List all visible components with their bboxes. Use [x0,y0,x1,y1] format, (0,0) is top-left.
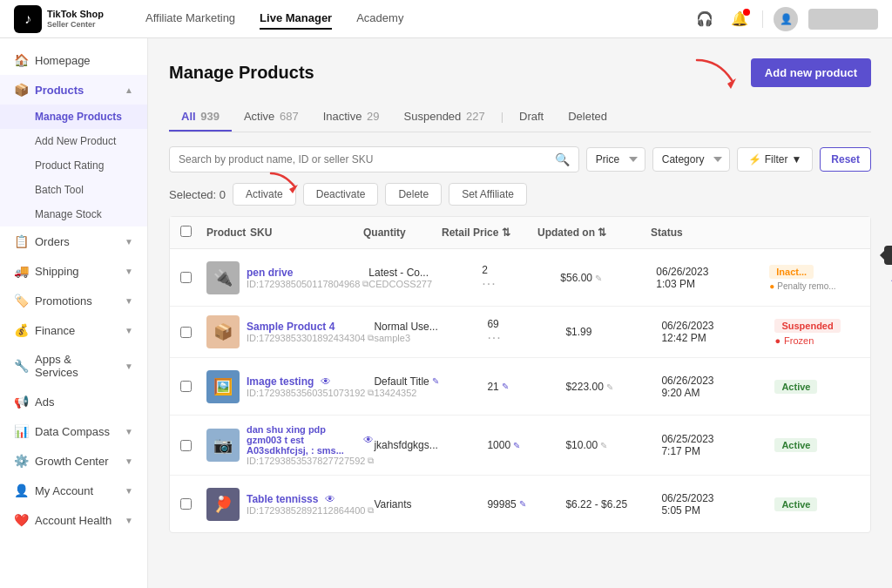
row4-product-id: ID:17293853537827727592 [247,456,365,466]
tab-draft[interactable]: Draft [507,103,556,132]
nav-academy[interactable]: Academy [356,8,403,30]
copy-icon2[interactable]: ⧉ [368,333,374,343]
set-affiliate-button[interactable]: Set Affiliate [449,183,527,206]
tab-deleted[interactable]: Deleted [556,103,619,132]
sidebar-sub-add-product[interactable]: Add New Product [0,129,147,153]
deactivate-arrow-svg [267,169,301,197]
row3-qty-edit-icon[interactable]: ✎ [502,382,509,391]
deactivate-wrapper: Deactivate [303,183,379,206]
row4-price: $10.00 ✎ [565,439,661,451]
row2-sku: Normal Use... sample3 [374,321,487,343]
row3-check[interactable] [180,381,206,392]
edit-price-icon[interactable]: ✎ [595,274,602,283]
row1-time-val: 1:03 PM [656,278,769,290]
eye-icon5[interactable]: 👁 [325,493,335,505]
notification-icon[interactable]: 🔔 [727,7,752,31]
sidebar-item-finance[interactable]: 💰 Finance ▼ [0,315,147,345]
table-row: 📷 dan shu xing pdp gzm003 t est A03sdkhf… [170,416,870,476]
search-box[interactable]: 🔍 [169,146,579,172]
row4-qty-val: 1000 [487,439,510,451]
copy-icon4[interactable]: ⧉ [368,456,374,466]
deactivate-button[interactable]: Deactivate [303,183,379,206]
row3-qty-val: 21 [487,381,498,393]
row5-qty: 99985 ✎ [487,498,565,510]
price-dropdown[interactable]: Price [586,147,645,172]
row2-product: 📦 Sample Product 4 ID:172938533018924343… [206,315,374,348]
row5-qty-edit[interactable]: ✎ [519,499,526,509]
row4-check[interactable] [180,440,206,451]
sidebar-item-growth-center[interactable]: ⚙️ Growth Center ▼ [0,446,147,476]
sidebar-sub-product-rating[interactable]: Product Rating [0,153,147,178]
sidebar-sub-batch-tool[interactable]: Batch Tool [0,178,147,202]
row4-qty-edit[interactable]: ✎ [513,441,520,450]
search-input[interactable] [179,153,550,166]
row1-check[interactable] [180,272,206,283]
row5-qty-val: 99985 [487,498,516,510]
edit-price-icon4[interactable]: ✎ [600,441,607,450]
copy-icon5[interactable]: ⧉ [368,505,374,516]
sidebar-item-account-health[interactable]: ❤️ Account Health ▼ [0,505,147,535]
row3-sku-name: Default Title ✎ [374,375,487,388]
delete-button[interactable]: Delete [385,183,442,206]
row2-product-name[interactable]: Sample Product 4 [247,321,374,333]
sidebar-item-data-compass[interactable]: 📊 Data Compass ▼ [0,416,147,446]
sidebar-sub-manage-stock[interactable]: Manage Stock [0,202,147,226]
row1-price: $56.00 ✎ [560,272,656,284]
notification-badge [743,9,750,16]
row1-id-row: ID:1729385050117804968 ⧉ [247,279,368,289]
tab-active[interactable]: Active 687 [232,103,311,132]
sidebar-item-apps-services[interactable]: 🔧 Apps & Services ▼ [0,345,147,387]
row2-check[interactable] [180,327,206,338]
sidebar-item-orders[interactable]: 📋 Orders ▼ [0,226,147,256]
content-header: Manage Products Add new product [169,56,871,89]
row2-qty-val: 69 [487,318,565,330]
header-sku: SKU [250,226,363,239]
row1-checkbox[interactable] [180,272,192,283]
add-new-product-button[interactable]: Add new product [751,58,871,87]
chevron-down-icon: ▼ [125,296,133,306]
select-all-checkbox[interactable] [180,226,192,237]
row5-status-badge: Active [774,497,817,511]
chevron-down-icon: ▼ [125,456,133,466]
row2-frozen: ● Frozen [774,335,892,346]
eye-icon[interactable]: 👁 [321,375,331,388]
row3-sku-edit-icon[interactable]: ✎ [432,376,439,386]
row2-thumb-icon: 📦 [213,322,233,341]
chevron-down-icon: ▼ [125,326,133,335]
sidebar-item-promotions[interactable]: 🏷️ Promotions ▼ [0,286,147,315]
row1-product-name[interactable]: pen drive [247,267,368,279]
category-dropdown[interactable]: Category [652,147,730,172]
row2-checkbox[interactable] [180,327,192,338]
sidebar-item-homepage[interactable]: 🏠 Homepage [0,45,147,75]
sidebar-item-my-account[interactable]: 👤 My Account ▼ [0,476,147,505]
tab-all[interactable]: All 939 [169,103,232,132]
row5-check[interactable] [180,498,206,510]
sidebar-item-products[interactable]: 📦 Products ▲ [0,75,147,105]
row4-checkbox[interactable] [180,440,192,451]
sidebar-sub-manage-products[interactable]: Manage Products [0,105,147,129]
tab-inactive[interactable]: Inactive 29 [311,103,392,132]
row5-checkbox[interactable] [180,498,192,510]
headset-icon[interactable]: 🎧 [693,7,717,31]
row4-product-name[interactable]: dan shu xing pdp gzm003 t est A03sdkhfcj… [247,424,356,456]
sidebar-item-shipping[interactable]: 🚚 Shipping ▼ [0,256,147,286]
filter-button[interactable]: ⚡ Filter ▼ [737,147,814,172]
header-checkbox[interactable] [180,226,206,240]
arrow-hint [693,56,740,89]
row5-product-name[interactable]: Table tennisss [247,493,318,505]
row1-product-info: pen drive ID:1729385050117804968 ⧉ [247,267,368,289]
reset-button[interactable]: Reset [820,147,871,172]
row3-checkbox[interactable] [180,381,192,392]
sidebar: 🏠 Homepage 📦 Products ▲ Manage Products … [0,38,148,588]
tab-suspended[interactable]: Suspended 227 [392,103,497,132]
avatar[interactable]: 👤 [774,7,798,31]
copy-icon3[interactable]: ⧉ [368,388,374,398]
eye-icon4[interactable]: 👁 [363,434,374,446]
edit-price-icon3[interactable]: ✎ [606,382,613,392]
nav-affiliate[interactable]: Affiliate Marketing [145,8,235,30]
row3-product-name[interactable]: Image testing [247,375,314,388]
copy-icon[interactable]: ⧉ [362,279,368,289]
sidebar-item-ads[interactable]: 📢 Ads [0,387,147,416]
nav-live-manager[interactable]: Live Manager [260,8,332,30]
filter-chevron-icon: ▼ [791,153,801,166]
